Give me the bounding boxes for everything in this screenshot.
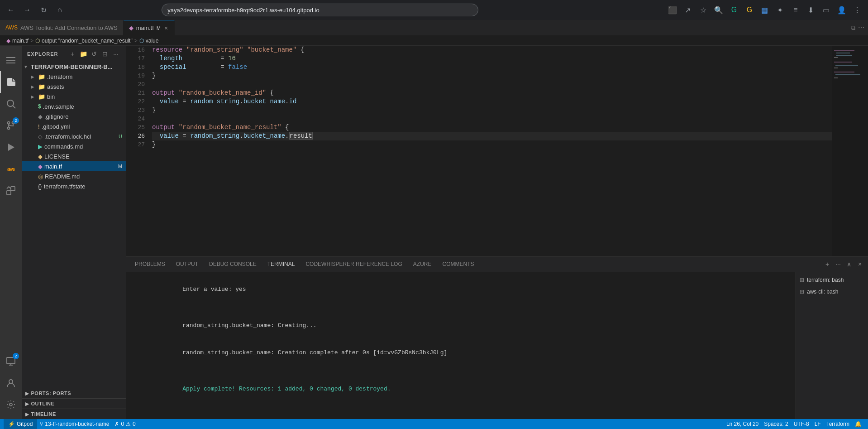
tablet-icon[interactable]: ▭ [820, 4, 833, 16]
refresh-button[interactable]: ↻ [37, 4, 50, 16]
timeline-header[interactable]: ▶ TIMELINE [22, 409, 126, 419]
share-icon[interactable]: ↗ [682, 4, 694, 16]
activity-menu[interactable] [0, 49, 22, 71]
activity-explorer[interactable] [0, 71, 22, 93]
chevron-terraform: ▶ [31, 74, 36, 79]
root-folder[interactable]: ▼ TERRAFORM-BEGINNER-B... [22, 62, 126, 72]
grammarly-icon[interactable]: G [728, 4, 740, 16]
breadcrumb-file[interactable]: main.tf [12, 38, 29, 44]
status-encoding[interactable]: UTF-8 [791, 419, 812, 429]
tab-main-tf[interactable]: ◆ main.tf M × [124, 20, 175, 35]
ext-icon-2[interactable]: ▦ [758, 4, 771, 16]
forward-button[interactable]: → [21, 4, 33, 16]
profile-icon[interactable]: 👤 [835, 4, 848, 16]
activity-source-control[interactable]: 2 [0, 115, 22, 136]
tab-close-btn[interactable]: × [163, 24, 169, 32]
sidebar-item-readme[interactable]: ▶ ◎ README.md [22, 171, 126, 181]
root-chevron: ▼ [24, 64, 29, 69]
split-editor-icon[interactable]: ⧉ [851, 24, 855, 32]
terminal-line-complete: random_string.bucket_name: Creation comp… [133, 339, 788, 366]
close-panel-btn[interactable]: × [855, 260, 864, 269]
tab-comments[interactable]: COMMENTS [437, 256, 479, 272]
status-line-ending[interactable]: LF [812, 419, 824, 429]
tab-debug[interactable]: DEBUG CONSOLE [204, 256, 262, 272]
tab-azure[interactable]: AZURE [408, 256, 437, 272]
panel-more-btn[interactable]: ··· [834, 260, 843, 269]
breadcrumb-value[interactable]: value [146, 38, 159, 44]
tab-codewhisperer[interactable]: CODEWHISPERER REFERENCE LOG [300, 256, 407, 272]
activity-accounts[interactable] [0, 372, 22, 394]
tab-bar: AWS AWS Toolkit: Add Connection to AWS ◆… [0, 20, 868, 36]
tab-problems[interactable]: PROBLEMS [129, 256, 171, 272]
code-line-27: } [152, 140, 832, 149]
sidebar-item-assets[interactable]: ▶ 📁 assets [22, 82, 126, 92]
tab-aws-toolkit[interactable]: AWS AWS Toolkit: Add Connection to AWS [0, 20, 124, 35]
status-language[interactable]: Terraform [824, 419, 852, 429]
sidebar-item-tfstate[interactable]: ▶ {} terraform.tfstate [22, 181, 126, 191]
status-branch[interactable]: ⑂ 13-tf-random-bucket-name [37, 419, 112, 429]
sidebar-item-license[interactable]: ▶ ◆ LICENSE [22, 151, 126, 161]
terminal-item-aws-cli[interactable]: ⊞ aws-cli: bash [796, 286, 868, 298]
back-button[interactable]: ← [5, 4, 17, 16]
new-file-btn[interactable]: + [68, 49, 77, 58]
status-remote[interactable]: ⚡ Gitpod [4, 419, 37, 429]
sidebar-item-lock[interactable]: ▶ ◇ .terraform.lock.hcl U [22, 131, 126, 141]
sidebar-more-btn[interactable]: ··· [111, 49, 120, 58]
terminal-content[interactable]: Enter a value: yes random_string.bucket_… [126, 272, 796, 419]
tab-bar-actions: ⧉ ⋯ [847, 20, 868, 35]
status-feedback[interactable]: 🔔 [852, 419, 864, 429]
new-terminal-btn[interactable]: + [823, 260, 832, 269]
sidebar-item-commands[interactable]: ▶ ▶ commands.md [22, 141, 126, 151]
tab-terminal[interactable]: TERMINAL [262, 256, 300, 272]
svg-point-14 [9, 380, 13, 383]
bookmark-icon[interactable]: ☆ [697, 4, 710, 16]
menu-icon[interactable]: ⋮ [851, 4, 863, 16]
aws-tab-label: AWS Toolkit: Add Connection to AWS [20, 24, 118, 31]
address-bar[interactable]: yaya2devops-terraformbe-h9rqt9od2r1.ws-e… [162, 4, 478, 16]
breadcrumb-output[interactable]: output "random_bucket_name_result" [42, 38, 133, 44]
activity-run[interactable] [0, 136, 22, 158]
activity-remote-explorer[interactable]: 2 [0, 350, 22, 372]
sidebar-item-gitignore[interactable]: ▶ ◆ .gitignore [22, 111, 126, 121]
tab-terminal-label: TERMINAL [267, 261, 295, 267]
download-icon[interactable]: ⬇ [805, 4, 817, 16]
cast-icon[interactable]: ⬛ [666, 4, 679, 16]
status-spaces[interactable]: Spaces: 2 [761, 419, 791, 429]
activity-settings[interactable] [0, 394, 22, 415]
activity-aws[interactable]: aws [0, 158, 22, 180]
error-icon: ✗ [114, 421, 119, 427]
more-tabs-icon[interactable]: ⋯ [858, 24, 864, 31]
bin-label: bin [47, 93, 55, 100]
sidebar-item-bin[interactable]: ▶ 📁 bin [22, 92, 126, 101]
sidebar-item-gitpod[interactable]: ▶ ! .gitpod.yml [22, 121, 126, 131]
ext-icon-1[interactable]: G [743, 4, 756, 16]
status-errors[interactable]: ✗ 0 ⚠ 0 [112, 419, 138, 429]
lock-badge: U [119, 134, 122, 139]
svg-rect-19 [836, 55, 852, 56]
zoom-icon[interactable]: 🔍 [712, 4, 725, 16]
line-num-18: 18 [129, 63, 145, 72]
outline-header[interactable]: ▶ OUTLINE [22, 399, 126, 409]
sidebar-item-main-tf[interactable]: ▶ ◆ main.tf M [22, 161, 126, 171]
ext-icon-3[interactable]: ✦ [774, 4, 787, 16]
refresh-explorer-btn[interactable]: ↺ [90, 49, 99, 58]
status-line-col[interactable]: Ln 26, Col 20 [724, 419, 761, 429]
gitignore-label: .gitignore [44, 113, 68, 120]
svg-point-7 [8, 127, 10, 130]
activity-search[interactable] [0, 93, 22, 115]
terminal-item-terraform[interactable]: ⊞ terraform: bash [796, 274, 868, 286]
sidebar-item-env[interactable]: ▶ $ .env.sample [22, 101, 126, 111]
svg-point-15 [10, 403, 12, 406]
sidebar-item-terraform[interactable]: ▶ 📁 .terraform [22, 72, 126, 82]
collapse-all-btn[interactable]: ⊟ [100, 49, 110, 58]
home-button[interactable]: ⌂ [53, 4, 66, 16]
maximize-panel-btn[interactable]: ∧ [844, 260, 854, 269]
activity-extensions[interactable] [0, 180, 22, 202]
ports-header[interactable]: ▶ PORTS: PORTS [22, 388, 126, 398]
new-folder-btn[interactable]: 📁 [79, 49, 88, 58]
creating-text: random_string.bucket_name: Creating... [182, 322, 316, 329]
ext-icon-4[interactable]: ≡ [789, 4, 802, 16]
code-content[interactable]: resource "random_string" "bucket_name" {… [148, 46, 832, 256]
terminal-line-empty2 [133, 366, 788, 376]
tab-output[interactable]: OUTPUT [171, 256, 204, 272]
